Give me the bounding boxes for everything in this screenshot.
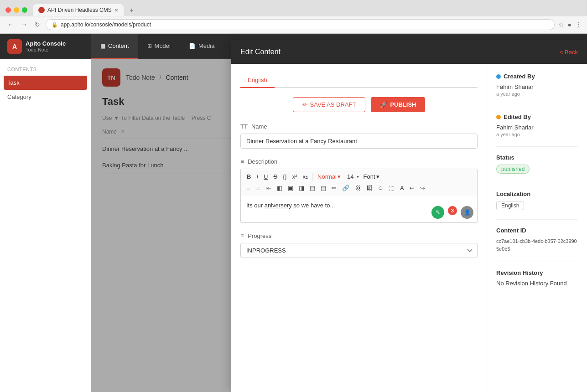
rte-underline-text: aniversery <box>265 202 292 209</box>
tab-close-button[interactable]: ✕ <box>114 8 118 13</box>
bookmark-button[interactable]: ☆ <box>558 21 564 28</box>
rte-underline-button[interactable]: U <box>261 172 270 181</box>
panel-sidebar: Created By Fahim Shariar a year ago Edit… <box>487 64 587 392</box>
divider-5 <box>496 262 578 262</box>
rte-emoji-button[interactable]: ☺ <box>375 183 386 193</box>
minimize-traffic-light[interactable] <box>14 7 19 13</box>
rte-media-button[interactable]: ⬚ <box>387 183 397 193</box>
rte-bold-button[interactable]: B <box>244 172 253 181</box>
save-draft-button[interactable]: ✏ SAVE AS DRAFT <box>293 97 366 112</box>
nav-tab-content-label: Content <box>108 42 129 49</box>
divider-3 <box>496 183 578 183</box>
created-by-name: Fahim Shariar <box>496 83 578 90</box>
name-input[interactable] <box>240 134 478 149</box>
back-button[interactable]: < Back <box>560 49 578 56</box>
app-nav-tabs: ▦ Content ⊞ Model 📄 Media fx Lc <box>91 34 255 59</box>
rte-list3-button[interactable]: ▤ <box>318 183 328 193</box>
maximize-traffic-light[interactable] <box>22 7 27 13</box>
publish-button[interactable]: 🚀 PUBLISH <box>371 97 425 112</box>
rte-align-left-button[interactable]: ◧ <box>275 183 285 193</box>
menu-button[interactable]: ⋮ <box>575 21 582 28</box>
rte-image-button[interactable]: 🖼 <box>364 183 374 193</box>
revision-history-value: No Revision History Found <box>496 280 578 287</box>
new-tab-button[interactable]: + <box>125 4 138 16</box>
rte-align-center-button[interactable]: ▣ <box>286 183 296 193</box>
status-badge: published <box>496 165 530 174</box>
rte-superscript-button[interactable]: x² <box>290 172 300 181</box>
progress-field-label: ≡ Progress <box>240 232 478 239</box>
content-id-section: Content ID cc7ae101-cb3b-4edc-b357-02c39… <box>496 227 578 253</box>
rte-unordered-list-button[interactable]: ≡ <box>244 183 253 193</box>
rocket-icon: 🚀 <box>380 101 387 108</box>
nav-tab-media[interactable]: 📄 Media <box>180 34 223 59</box>
url-bar[interactable]: 🔒 app.apito.io/consosle/models/product <box>46 19 555 30</box>
rte-italic-button[interactable]: I <box>254 172 260 181</box>
rte-align-right-button[interactable]: ◨ <box>296 183 306 193</box>
rte-edit-action[interactable]: ✎ <box>431 206 444 219</box>
rte-comment-count[interactable]: 3 <box>448 206 457 215</box>
sidebar: Contents Task Category <box>0 59 91 392</box>
sidebar-item-category[interactable]: Category <box>0 90 91 104</box>
rte-link-button[interactable]: 🔗 <box>340 183 352 193</box>
rte-undo-button[interactable]: ↩ <box>407 183 417 193</box>
rte-align-justify-button[interactable]: ▤ <box>307 183 317 193</box>
content-id-value: cc7ae101-cb3b-4edc-b357-02c39905e0b5 <box>496 237 578 253</box>
rte-fontsize-button[interactable]: 14 <box>345 172 356 181</box>
rte-content[interactable]: Its our aniversery so we have to... ✎ 3 … <box>240 196 478 223</box>
nav-tab-model[interactable]: ⊞ Model <box>138 34 180 59</box>
status-label: Status <box>496 154 578 161</box>
created-by-dot <box>496 74 501 79</box>
chevron-down-icon: ▾ <box>338 173 341 180</box>
app-title-sub: Todo Note <box>26 47 66 52</box>
rte-code-button[interactable]: {} <box>281 172 289 181</box>
logo-area: A Apito Console Todo Note <box>0 39 91 54</box>
rte-ordered-list-button[interactable]: ≣ <box>254 183 263 193</box>
panel-header: Edit Content < Back <box>231 40 587 64</box>
created-by-time: a year ago <box>496 91 578 97</box>
description-icon: ≡ <box>240 158 244 165</box>
sidebar-item-task[interactable]: Task <box>4 76 87 90</box>
text-type-icon: TT <box>240 123 248 130</box>
locale-tab-english[interactable]: English <box>240 73 275 88</box>
profile-button[interactable]: ● <box>568 21 571 28</box>
panel-main: English ✏ SAVE AS DRAFT 🚀 PUBLISH TT Nam… <box>231 64 487 392</box>
back-button[interactable]: ← <box>5 20 16 29</box>
rte-unlink-button[interactable]: ⛓ <box>353 183 363 193</box>
divider-4 <box>496 219 578 220</box>
rte-subscript-button[interactable]: x₂ <box>301 172 311 181</box>
name-field-label: TT Name <box>240 123 478 130</box>
localization-section: Localization English <box>496 191 578 210</box>
chevron-down-icon: ▾ <box>376 173 379 180</box>
rte-indent-left-button[interactable]: ⇤ <box>264 183 274 193</box>
progress-icon: ≡ <box>240 232 244 239</box>
rte-style-dropdown[interactable]: Normal ▾ <box>314 172 344 181</box>
created-by-label: Created By <box>496 73 578 80</box>
rte-actions: ✎ 3 👤 <box>431 206 473 219</box>
edited-by-section: Edited By Fahim Shariar a year ago <box>496 113 578 137</box>
browser-tab[interactable]: API Driven Headless CMS ✕ <box>33 4 124 16</box>
forward-button[interactable]: → <box>19 20 29 29</box>
progress-field-group: ≡ Progress INPROGRESS DONE TODO <box>240 232 478 258</box>
reload-button[interactable]: ↻ <box>33 20 42 29</box>
progress-select[interactable]: INPROGRESS DONE TODO <box>240 243 478 258</box>
created-by-section: Created By Fahim Shariar a year ago <box>496 73 578 97</box>
rte-redo-button[interactable]: ↪ <box>418 183 427 193</box>
status-section: Status published <box>496 154 578 174</box>
rte-color-button[interactable]: A <box>398 183 406 193</box>
toolbar-separator <box>312 173 312 181</box>
content-id-label: Content ID <box>496 227 578 234</box>
media-nav-icon: 📄 <box>189 43 196 49</box>
app-title-main: Apito Console <box>26 40 66 47</box>
rte-highlight-button[interactable]: ✏ <box>329 183 339 193</box>
browser-chrome: API Driven Headless CMS ✕ + ← → ↻ 🔒 app.… <box>0 0 587 34</box>
rte-font-dropdown[interactable]: Font ▾ <box>360 172 382 181</box>
edited-by-time: a year ago <box>496 132 578 137</box>
panel-body: English ✏ SAVE AS DRAFT 🚀 PUBLISH TT Nam… <box>231 64 587 392</box>
close-traffic-light[interactable] <box>5 7 11 13</box>
rte-user-action[interactable]: 👤 <box>461 206 473 219</box>
nav-tab-content[interactable]: ▦ Content <box>91 34 138 59</box>
rte-strikethrough-button[interactable]: S <box>271 172 280 181</box>
chevron-icon: ▾ <box>357 174 359 179</box>
divider-1 <box>496 106 578 106</box>
tab-favicon <box>38 7 45 13</box>
